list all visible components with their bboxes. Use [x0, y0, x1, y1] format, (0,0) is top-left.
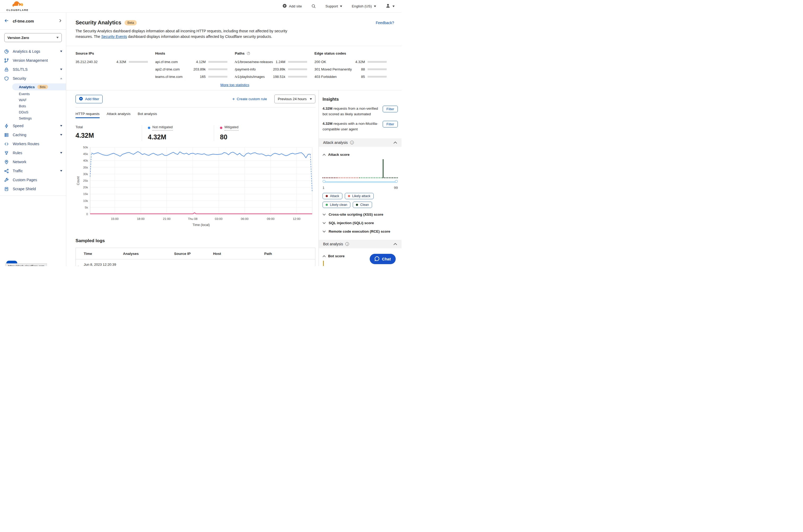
sidebar-item-speed[interactable]: Speed — [0, 121, 66, 130]
wrench-icon — [4, 178, 10, 182]
tab-http-requests[interactable]: HTTP requests — [76, 112, 100, 118]
svg-text:03:00: 03:00 — [215, 217, 223, 221]
stat-value: 165 — [200, 75, 206, 79]
collapsed-score-cross-site-scripting-xss-score[interactable]: Cross-site scripting (XSS) score — [322, 212, 398, 216]
chevron-right-icon[interactable] — [59, 19, 62, 23]
stat-value: 85 — [361, 75, 365, 79]
attack-score-toggle[interactable]: Attack score — [322, 153, 398, 156]
sidebar-item-network[interactable]: Network — [0, 157, 66, 166]
sidebar-subitem-analytics[interactable]: AnalyticsBeta — [12, 83, 66, 90]
sidebar-subitem-bots[interactable]: Bots — [0, 103, 66, 109]
slider-handle-min[interactable] — [322, 180, 325, 183]
sidebar-item-ssl-tls[interactable]: SSL/TLS — [0, 65, 66, 74]
sidebar-item-label: Speed — [13, 124, 23, 128]
stat-row: 403 Forbidden85 — [315, 75, 387, 79]
sidebar-item-security[interactable]: Security — [0, 74, 66, 83]
tab-bot-analysis[interactable]: Bot analysis — [138, 112, 157, 118]
stat-row: 301 Moved Permanently88 — [315, 67, 387, 71]
sidebar-subitem-settings[interactable]: Settings — [0, 115, 66, 121]
add-site-button[interactable]: Add site — [282, 4, 302, 9]
sampled-logs-table: TimeAnalysesSource IPHostPath ›Jun 8, 20… — [76, 248, 315, 266]
total-stat: Total 4.32M — [76, 125, 142, 141]
sidebar-item-custom-pages[interactable]: Custom Pages — [0, 175, 66, 184]
sidebar-item-version-management[interactable]: Version Management — [0, 56, 66, 65]
more-top-statistics-link[interactable]: More top statistics — [221, 83, 249, 87]
chevron-down-icon — [392, 5, 395, 7]
stat-bar — [288, 76, 307, 78]
row-expander-icon[interactable]: › — [78, 262, 84, 266]
total-value: 4.32M — [76, 132, 134, 139]
language-menu[interactable]: English (US) — [352, 4, 376, 8]
slider-handle-max[interactable] — [395, 180, 398, 183]
user-icon — [386, 3, 390, 9]
insight-item: 4.32M requests from a non-verified bot s… — [322, 106, 398, 117]
insight-filter-button[interactable]: Filter — [383, 121, 398, 128]
search-icon[interactable] — [312, 4, 316, 8]
lock-icon — [4, 67, 10, 72]
sidebar-item-traffic[interactable]: Traffic — [0, 166, 66, 175]
not-mitigated-label[interactable]: Not mitigated — [152, 125, 173, 131]
sidebar-subitem-events[interactable]: Events — [0, 91, 66, 97]
stat-label: api.cf-tme.com — [155, 60, 194, 64]
sidebar-item-caching[interactable]: Caching — [0, 130, 66, 139]
svg-text:25k: 25k — [83, 179, 88, 182]
filter-bar: Add filter + Create custom rule Previous… — [76, 95, 315, 103]
score-chip-clean[interactable]: Clean — [353, 202, 372, 208]
sidebar-item-analytics-logs[interactable]: Analytics & Logs — [0, 47, 66, 56]
brand-text: CLOUDFLARE — [6, 8, 29, 12]
slider-track — [324, 181, 396, 183]
stat-bar — [288, 68, 307, 70]
stat-row: 200 OK4.32M — [315, 60, 387, 64]
column-header-host: Host — [213, 252, 264, 256]
score-chip-likely-clean[interactable]: Likely clean — [322, 202, 350, 208]
version-select[interactable]: Version Zero — [4, 33, 62, 42]
time-range-label: Previous 24 hours — [278, 97, 306, 101]
chat-button[interactable]: Chat — [370, 254, 396, 264]
column-header-time: Time — [84, 252, 123, 256]
sidebar-subitem-waf[interactable]: WAF — [0, 97, 66, 103]
log-source-ip: 35.212.240.32 — [168, 262, 207, 266]
svg-text:0: 0 — [87, 212, 88, 216]
insight-text: 4.32M requests with a non-Mozilla-compat… — [322, 121, 383, 132]
divider — [76, 107, 315, 108]
create-custom-rule-link[interactable]: + Create custom rule — [232, 97, 267, 101]
insights-title: Insights — [322, 97, 398, 102]
collapsed-score-sql-injection-sqli-score[interactable]: SQL injection (SQLi) score — [322, 221, 398, 225]
stat-column-hosts: Hostsapi.cf-tme.com4.12Mapi2.cf-tme.com2… — [155, 51, 235, 82]
feedback-link[interactable]: Feedback? — [376, 21, 394, 25]
slider-min-value: 1 — [322, 186, 324, 190]
sidebar-item-label: Traffic — [13, 169, 23, 173]
plus-icon: + — [232, 97, 235, 101]
sidebar-item-workers-routes[interactable]: Workers Routes — [0, 139, 66, 148]
stat-label: /payment-info — [235, 67, 272, 71]
collapsed-score-remote-code-execution-rce-score[interactable]: Remote code execution (RCE) score — [322, 229, 398, 233]
main-column: Add filter + Create custom rule Previous… — [66, 90, 319, 266]
account-menu[interactable] — [386, 3, 395, 9]
top-statistics: Source IPs35.212.240.324.32MHostsapi.cf-… — [66, 46, 401, 90]
stat-bar — [129, 61, 148, 63]
tab-attack-analysis[interactable]: Attack analysis — [107, 112, 131, 118]
score-chip-attack[interactable]: Attack — [322, 193, 342, 199]
svg-text:Time (local): Time (local) — [193, 223, 210, 227]
chevron-up-icon — [322, 255, 326, 257]
sidebar-item-label: Custom Pages — [13, 178, 37, 182]
sidebar-item-scrape-shield[interactable]: Scrape Shield — [0, 184, 66, 193]
back-arrow-icon[interactable] — [4, 19, 9, 23]
security-events-link[interactable]: Security Events — [101, 35, 127, 39]
analysis-badge: Automated — [134, 262, 154, 266]
divider — [0, 195, 66, 196]
mitigated-label[interactable]: Mitigated — [224, 125, 239, 131]
sidebar-item-rules[interactable]: Rules — [0, 148, 66, 157]
time-range-select[interactable]: Previous 24 hours — [274, 95, 315, 103]
attack-score-label: Attack score — [328, 153, 350, 156]
log-time: Jun 8, 2023 12:20:39 PM — [84, 262, 117, 266]
add-filter-button[interactable]: Add filter — [76, 95, 102, 103]
bot-analysis-header[interactable]: Bot analysis i — [319, 240, 401, 248]
stat-label: 301 Moved Permanently — [315, 67, 360, 71]
support-menu[interactable]: Support — [325, 4, 342, 8]
sidebar-subitem-ddos[interactable]: DDoS — [0, 109, 66, 115]
stat-bar — [368, 61, 387, 63]
score-chip-likely-attack[interactable]: Likely attack — [345, 193, 374, 199]
attack-analysis-header[interactable]: Attack analysis i — [319, 138, 401, 147]
insight-filter-button[interactable]: Filter — [383, 106, 398, 112]
